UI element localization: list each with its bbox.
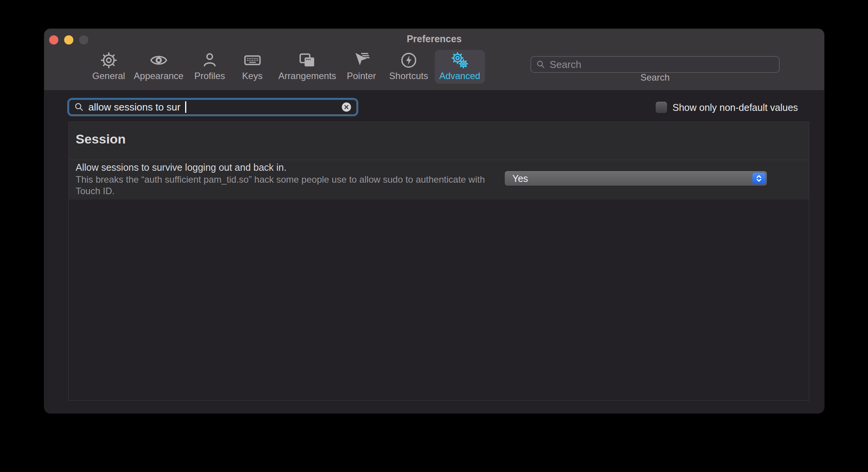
cursor-icon <box>353 51 370 69</box>
tab-label: Arrangements <box>278 71 336 84</box>
setting-description-line: Touch ID. <box>76 185 485 197</box>
toolbar-search-field[interactable]: Search <box>530 56 780 73</box>
tab-label: Advanced <box>439 71 480 84</box>
advanced-filter-field[interactable]: allow sessions to sur <box>67 98 358 116</box>
search-placeholder: Search <box>550 59 581 71</box>
tab-advanced[interactable]: Advanced <box>435 50 485 84</box>
tab-pointer[interactable]: Pointer <box>342 50 381 84</box>
tab-label: Appearance <box>134 71 183 84</box>
gears-icon <box>451 51 469 69</box>
search-icon <box>74 102 84 112</box>
section-heading: Session <box>76 132 126 147</box>
tab-appearance[interactable]: Appearance <box>129 50 188 84</box>
show-non-default-checkbox[interactable] <box>656 102 667 113</box>
tab-arrangements[interactable]: Arrangements <box>274 50 341 84</box>
tab-keys[interactable]: Keys <box>237 50 267 84</box>
setting-description-line: This breaks the “auth sufficient pam_tid… <box>76 174 485 185</box>
tab-label: Pointer <box>347 71 376 84</box>
text-cursor <box>185 101 186 113</box>
tab-label: Keys <box>242 71 262 84</box>
eye-icon <box>150 51 167 69</box>
show-non-default-label: Show only non-default values <box>673 102 798 113</box>
tab-label: General <box>92 71 125 84</box>
tab-profiles[interactable]: Profiles <box>190 50 230 84</box>
windows-icon <box>298 51 316 69</box>
close-icon <box>341 102 352 112</box>
toolbar-search-caption: Search <box>530 72 780 83</box>
setting-title: Allow sessions to survive logging out an… <box>76 162 287 173</box>
tab-label: Profiles <box>194 71 225 84</box>
row-divider <box>69 160 809 160</box>
keyboard-icon <box>244 51 261 69</box>
tab-shortcuts[interactable]: Shortcuts <box>384 50 432 84</box>
settings-panel: Session Allow sessions to survive loggin… <box>68 122 809 401</box>
chevron-up-down-icon <box>754 173 764 183</box>
search-icon <box>536 59 546 69</box>
gear-icon <box>100 51 118 69</box>
preferences-window: Preferences General Appearance <box>44 29 824 413</box>
toolbar: Preferences General Appearance <box>44 29 824 91</box>
tab-label: Shortcuts <box>389 71 428 84</box>
window-title: Preferences <box>44 33 824 45</box>
dropdown-stepper <box>752 173 765 184</box>
lightning-icon <box>400 51 417 69</box>
clear-search-button[interactable] <box>341 102 352 112</box>
person-icon <box>201 51 219 69</box>
dropdown-selected-value: Yes <box>505 173 528 184</box>
setting-value-dropdown[interactable]: Yes <box>505 171 767 186</box>
setting-description: This breaks the “auth sufficient pam_tid… <box>76 174 485 197</box>
tab-general[interactable]: General <box>88 50 129 84</box>
filter-query-text: allow sessions to sur <box>88 101 181 113</box>
